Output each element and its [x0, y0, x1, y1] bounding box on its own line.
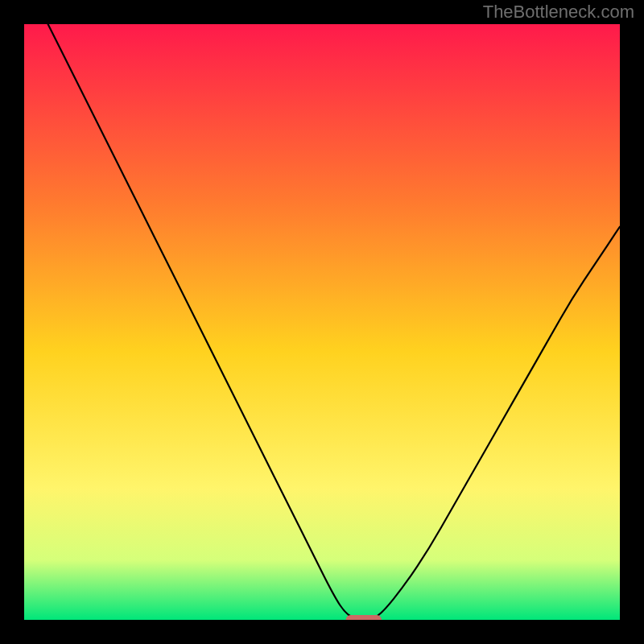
bottleneck-plot — [24, 24, 620, 620]
attribution-label: TheBottleneck.com — [483, 2, 634, 23]
chart-frame: TheBottleneck.com — [0, 0, 644, 644]
optimal-marker — [346, 615, 382, 620]
gradient-background — [24, 24, 620, 620]
